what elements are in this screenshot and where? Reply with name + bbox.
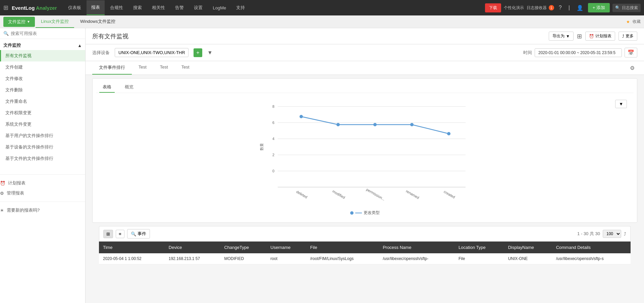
page-title: 所有文件监视 — [92, 32, 128, 40]
grid-icon[interactable]: ⊞ — [3, 4, 8, 11]
chart-view-tabs: 表格 概览 — [96, 82, 634, 93]
calendar-button[interactable]: 📅 — [625, 48, 637, 57]
nav-settings[interactable]: 设置 — [189, 1, 207, 15]
download-button[interactable]: 下载 — [485, 3, 501, 12]
svg-text:permission...: permission... — [365, 187, 385, 202]
tab-settings-icon[interactable]: ⚙ — [627, 62, 637, 74]
more-button[interactable]: ⤴ 更多 — [619, 32, 637, 41]
sub-tab-windows[interactable]: Windows文件监控 — [75, 16, 121, 28]
sub-tab-linux[interactable]: Linux文件监控 — [36, 16, 74, 28]
time-label: 时间 — [523, 50, 532, 56]
schedule-report-button[interactable]: ⏰ 计划报表 — [585, 32, 615, 41]
add-button[interactable]: + 添加 — [588, 3, 610, 12]
device-label: 选择设备 — [92, 50, 110, 56]
content-tabs: 文件事件排行 Test Test Test — [92, 61, 196, 75]
svg-point-13 — [300, 115, 303, 118]
pagination-text: 1 - 30 共 30 — [577, 231, 600, 237]
schedule-icon-header: ⏰ — [589, 34, 594, 39]
chart-container: ▼ 8 6 4 2 0 — [96, 96, 634, 219]
device-input[interactable] — [115, 48, 189, 57]
tab-test-2[interactable]: Test — [153, 61, 175, 75]
sidebar-item-file-ops[interactable]: 基于文件的文件操作排行 — [0, 153, 85, 164]
table-row[interactable]: 2020-05-04 1 1:00:52 192.168.213.1 57 MO… — [99, 253, 631, 264]
export-button[interactable]: 导出为▼ — [549, 32, 574, 41]
manage-report-item[interactable]: ⚙ 管理报表 — [0, 188, 85, 198]
legend-line — [355, 213, 362, 213]
cell-device: 192.168.213.1 57 — [165, 253, 220, 264]
top-navigation: ⊞ EventLog Analyzer 仪表板 报表 合规性 搜索 相关性 告警… — [0, 0, 644, 15]
top-right-actions: 下载 个性化演示 日志接收器 1 ? | 👤 + 添加 🔍 日志搜索 — [485, 3, 641, 12]
tab-test-3[interactable]: Test — [175, 61, 196, 75]
cell-commanddetails: /usr/libexec/openssh/sftp-s — [552, 253, 631, 264]
sidebar-item-user-ops[interactable]: 基于用户的文件操作排行 — [0, 130, 85, 141]
search-input-sidebar[interactable] — [11, 31, 82, 36]
nav-correlation[interactable]: 相关性 — [147, 1, 170, 15]
log-receiver-button[interactable]: 日志接收器 1 — [527, 5, 554, 11]
cell-file: /root/FIM/Linux/SysLogs — [306, 253, 379, 264]
nav-support[interactable]: 支持 — [231, 1, 250, 15]
search-icon-table: 🔍 — [131, 231, 136, 236]
export-arrow-icon: ▼ — [566, 34, 570, 39]
sidebar-item-device-ops[interactable]: 基于设备的文件操作排行 — [0, 141, 85, 153]
nav-search[interactable]: 搜索 — [128, 1, 147, 15]
help-text: 需要新的报表吗? — [7, 207, 40, 213]
search-box-top[interactable]: 🔍 日志搜索 — [612, 4, 641, 12]
main-layout: 🔍 文件监控 ▲ 所有文件监视 文件创建 文件修改 文件删除 文件重命名 文件权… — [0, 28, 644, 303]
sidebar-item-file-create[interactable]: 文件创建 — [0, 61, 85, 73]
sidebar-item-file-permission[interactable]: 文件权限变更 — [0, 107, 85, 119]
schedule-report-item[interactable]: ⏰ 计划报表 — [0, 178, 85, 188]
svg-text:2: 2 — [272, 153, 274, 157]
nav-reports[interactable]: 报表 — [87, 0, 105, 15]
svg-point-14 — [336, 123, 340, 126]
sidebar-section-collapse-icon[interactable]: ▲ — [77, 43, 82, 48]
chart-tab-overview[interactable]: 概览 — [121, 82, 137, 93]
personalize-button[interactable]: 个性化演示 — [504, 5, 524, 11]
user-icon[interactable]: 👤 — [575, 5, 585, 11]
nav-dashboard[interactable]: 仪表板 — [63, 1, 86, 15]
help-item[interactable]: ☀ 需要新的报表吗? — [0, 205, 85, 215]
dropdown-arrow-icon: ▼ — [27, 20, 30, 24]
col-commanddetails: Command Details — [552, 242, 631, 253]
chart-dropdown-button[interactable]: ▼ — [615, 100, 627, 108]
bookmark-label[interactable]: 收藏 — [633, 19, 641, 25]
notification-badge: 1 — [549, 5, 554, 10]
app-logo[interactable]: EventLog Analyzer — [12, 5, 57, 11]
list-view-button[interactable]: ≡ — [116, 230, 124, 238]
table-wrapper: ⊞ ≡ 🔍 事件 1 - 30 共 30 100 ⤴ Time — [92, 226, 637, 264]
tab-file-events[interactable]: 文件事件排行 — [92, 61, 132, 75]
event-button[interactable]: 🔍 事件 — [127, 229, 150, 239]
sidebar: 🔍 文件监控 ▲ 所有文件监视 文件创建 文件修改 文件删除 文件重命名 文件权… — [0, 28, 86, 303]
filter-row: 选择设备 + ▼ 时间 2020-01-01 00:00:00 ~ 2020-0… — [86, 44, 644, 61]
export-table-icon[interactable]: ⤴ — [624, 231, 626, 236]
header-actions: 导出为▼ ⊞ ⏰ 计划报表 ⤴ 更多 — [549, 32, 637, 41]
nav-compliance[interactable]: 合规性 — [105, 1, 128, 15]
svg-text:0: 0 — [272, 169, 274, 173]
help-icon[interactable]: ? — [557, 5, 564, 11]
nav-alerts[interactable]: 告警 — [170, 1, 189, 15]
bookmark-icon[interactable]: ★ — [626, 19, 630, 24]
nav-logme[interactable]: LogMe — [208, 1, 231, 14]
svg-text:4: 4 — [272, 137, 274, 141]
sidebar-item-all-files[interactable]: 所有文件监视 — [0, 50, 85, 61]
sub-nav-right: ★ 收藏 — [626, 19, 641, 25]
sidebar-item-file-delete[interactable]: 文件删除 — [0, 84, 85, 96]
sub-navigation: 文件监控 ▼ Linux文件监控 Windows文件监控 ★ 收藏 — [0, 15, 644, 28]
svg-text:modified: modified — [331, 189, 345, 200]
filter-icon[interactable]: ▼ — [207, 50, 213, 56]
per-page-select[interactable]: 100 — [603, 230, 621, 238]
chart-svg-wrapper: 8 6 4 2 0 数量 — [103, 100, 627, 207]
file-monitor-button[interactable]: 文件监控 ▼ — [3, 17, 35, 27]
tab-test-1[interactable]: Test — [132, 61, 153, 75]
col-changetype: ChangeType — [220, 242, 266, 253]
search-label-top: 日志搜索 — [622, 5, 638, 11]
sidebar-item-system-file[interactable]: 系统文件变更 — [0, 119, 85, 130]
chart-tab-table[interactable]: 表格 — [99, 82, 115, 93]
sidebar-item-file-rename[interactable]: 文件重命名 — [0, 96, 85, 107]
col-processname: Process Name — [379, 242, 454, 253]
add-device-button[interactable]: + — [194, 48, 202, 57]
sidebar-item-file-modify[interactable]: 文件修改 — [0, 73, 85, 84]
chart-area: 表格 概览 ▼ 8 6 — [92, 78, 637, 223]
header-icon-1[interactable]: ⊞ — [577, 33, 582, 40]
grid-view-button[interactable]: ⊞ — [103, 230, 113, 238]
legend-label: 更改类型 — [364, 210, 380, 216]
